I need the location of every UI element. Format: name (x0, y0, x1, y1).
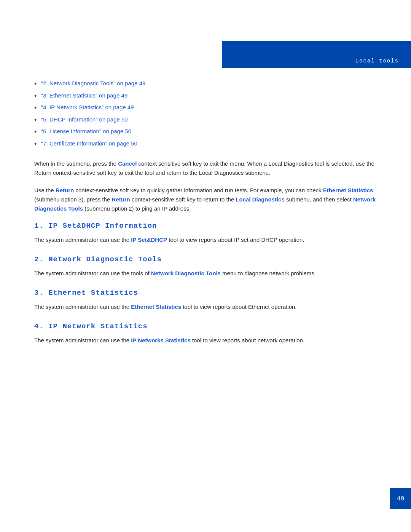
para2-bold1: Return (56, 187, 74, 193)
paragraph-1: When in the submenu, press the Cancel co… (34, 159, 377, 177)
list-item: • “2. Network Diagnostic Tools” on page … (34, 80, 377, 88)
section-3-heading: 3. Ethernet Statistics (34, 289, 377, 297)
s1-bold: IP Set&DHCP (131, 236, 167, 243)
para2-bold2: Ethernet Statistics (323, 187, 373, 193)
section-4: 4. IP Network Statistics The system admi… (34, 322, 377, 345)
bullet-list: • “2. Network Diagnostic Tools” on page … (34, 80, 377, 149)
para2-prefix: Use the (34, 187, 56, 193)
para2-mid2: (submenu option 3), press the (34, 196, 112, 203)
bullet-dot: • (34, 128, 37, 136)
list-item-link-1[interactable]: “2. Network Diagnostic Tools” on page 49 (41, 80, 145, 86)
para2-mid4: submenu, and then select (285, 196, 353, 203)
s4-suffix: tool to view reports about network opera… (191, 337, 304, 343)
header-bar: Local tools (222, 41, 411, 68)
para2-mid1: context-sensitive soft key to quickly ga… (74, 187, 323, 193)
s4-bold: IP Networks Statistics (131, 337, 190, 343)
section-1: 1. IP Set&DHCP Information The system ad… (34, 222, 377, 244)
header-title: Local tools (355, 58, 399, 64)
list-item: • “4. IP Network Statistics” on page 49 (34, 104, 377, 112)
main-content: • “2. Network Diagnostic Tools” on page … (34, 80, 377, 356)
list-item: • “3. Ethernet Statistics” on page 49 (34, 92, 377, 101)
page-number-box: 49 (390, 488, 411, 509)
para2-bold3: Return (112, 196, 130, 203)
para2-end: (submenu option 2) to ping an IP address… (83, 205, 191, 212)
section-2-para: The system administrator can use the too… (34, 269, 377, 278)
para2-mid3: context-sensitive soft key to return to … (130, 196, 236, 203)
s2-prefix: The system administrator can use the too… (34, 270, 151, 276)
s2-bold: Network Diagnostic Tools (151, 270, 221, 276)
s3-suffix: tool to view reports about Ethernet oper… (181, 304, 297, 310)
section-2-heading: 2. Network Diagnostic Tools (34, 255, 377, 264)
bullet-dot: • (34, 80, 37, 88)
s1-prefix: The system administrator can use the (34, 236, 131, 243)
paragraph-2: Use the Return context-sensitive soft ke… (34, 186, 377, 213)
section-3: 3. Ethernet Statistics The system admini… (34, 289, 377, 312)
list-item: • “7. Certificate Information” on page 5… (34, 140, 377, 149)
section-1-heading: 1. IP Set&DHCP Information (34, 222, 377, 230)
s3-prefix: The system administrator can use the (34, 304, 131, 310)
list-item-link-5[interactable]: “6. License Information” on page 50 (41, 128, 131, 134)
section-4-para: The system administrator can use the IP … (34, 336, 377, 345)
s3-bold: Ethernet Statistics (131, 304, 181, 310)
bullet-dot: • (34, 92, 37, 101)
bullet-dot: • (34, 140, 37, 149)
s1-suffix: tool to view reports about IP set and DH… (167, 236, 304, 243)
list-item-link-4[interactable]: “5. DHCP Information” on page 50 (41, 116, 127, 123)
para1-bold1: Cancel (118, 160, 137, 167)
section-4-heading: 4. IP Network Statistics (34, 322, 377, 331)
list-item: • “6. License Information” on page 50 (34, 128, 377, 136)
list-item-link-2[interactable]: “3. Ethernet Statistics” on page 49 (41, 92, 127, 99)
s2-suffix: menu to diagnose network problems. (221, 270, 316, 276)
para2-bold4: Local Diagnostics (236, 196, 284, 203)
bullet-dot: • (34, 116, 37, 125)
section-1-para: The system administrator can use the IP … (34, 235, 377, 244)
list-item-link-3[interactable]: “4. IP Network Statistics” on page 49 (41, 104, 134, 110)
bullet-dot: • (34, 104, 37, 112)
section-2: 2. Network Diagnostic Tools The system a… (34, 255, 377, 278)
s4-prefix: The system administrator can use the (34, 337, 131, 343)
section-3-para: The system administrator can use the Eth… (34, 302, 377, 312)
para1-prefix: When in the submenu, press the (34, 160, 118, 167)
page-number: 49 (397, 495, 404, 502)
list-item: • “5. DHCP Information” on page 50 (34, 116, 377, 125)
page-container: Local tools • “2. Network Diagnostic Too… (0, 0, 411, 532)
list-item-link-6[interactable]: “7. Certificate Information” on page 50 (41, 140, 137, 147)
